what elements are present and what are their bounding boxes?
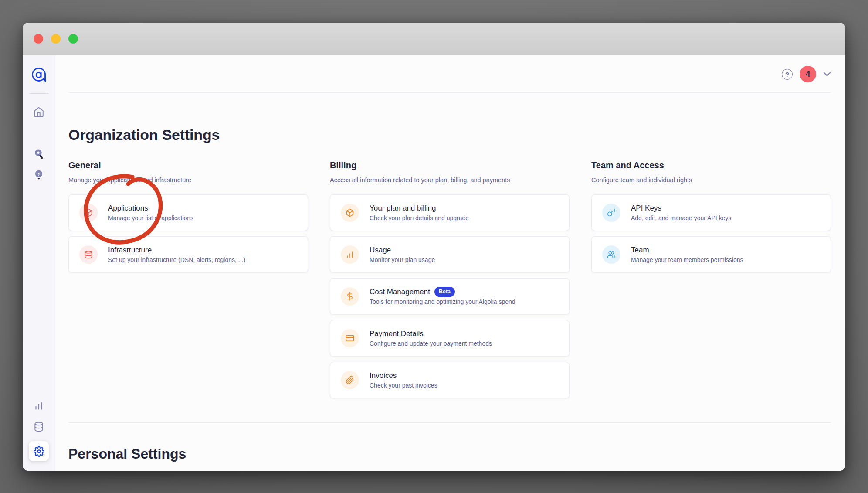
card-text: UsageMonitor your plan usage (370, 245, 435, 264)
avatar[interactable]: 4 (800, 66, 816, 82)
minimize-window-button[interactable] (51, 34, 61, 44)
card-title: Payment Details (370, 329, 424, 339)
card-text: ApplicationsManage your list of applicat… (108, 203, 193, 222)
card-text: Your plan and billingCheck your plan det… (370, 203, 469, 222)
window-titlebar[interactable] (23, 23, 845, 55)
card-your-plan-and-billing[interactable]: Your plan and billingCheck your plan det… (330, 194, 570, 231)
page-title: Organization Settings (68, 126, 831, 143)
card-list: Your plan and billingCheck your plan det… (330, 194, 570, 398)
card-invoices[interactable]: InvoicesCheck your past invoices (330, 362, 570, 398)
home-icon[interactable] (33, 106, 44, 118)
header: ? 4 (55, 55, 845, 93)
card-subtitle: Add, edit, and manage your API keys (631, 214, 731, 222)
section-general: GeneralManage your applications and infr… (68, 160, 308, 398)
app-window: ? 4 Organization Settings GeneralManage … (23, 23, 845, 471)
card-list: ApplicationsManage your list of applicat… (68, 194, 308, 273)
card-title: Team (631, 245, 649, 255)
card-subtitle: Manage your list of applications (108, 214, 193, 222)
card-title: Cost Management (370, 287, 430, 297)
card-text: InvoicesCheck your past invoices (370, 371, 437, 390)
cube-icon (341, 204, 359, 222)
main-panel: ? 4 Organization Settings GeneralManage … (55, 55, 845, 471)
users-icon (602, 245, 620, 264)
section-description: Access all information related to your p… (330, 176, 570, 184)
card-text: Cost ManagementBetaTools for monitoring … (370, 287, 515, 306)
card-title: Usage (370, 245, 391, 255)
settings-gear-icon[interactable] (29, 441, 49, 461)
card-subtitle: Tools for monitoring and optimizing your… (370, 298, 515, 306)
card-subtitle: Monitor your plan usage (370, 256, 435, 264)
beta-badge: Beta (434, 287, 455, 297)
close-window-button[interactable] (34, 34, 43, 44)
sidebar (23, 55, 55, 471)
card-title: Infrastructure (108, 245, 152, 255)
section-team-and-access: Team and AccessConfigure team and indivi… (591, 160, 831, 398)
card-payment-details[interactable]: Payment DetailsConfigure and update your… (330, 320, 570, 357)
app-body: ? 4 Organization Settings GeneralManage … (23, 55, 845, 471)
card-title: API Keys (631, 203, 661, 213)
section-description: Manage your applications and infrastruct… (68, 176, 308, 184)
algolia-logo (31, 67, 47, 82)
card-infrastructure[interactable]: InfrastructureSet up your infrastructure… (68, 236, 308, 273)
section-heading: General (68, 160, 308, 171)
card-subtitle: Manage your team members permissions (631, 256, 743, 264)
card-cost-management[interactable]: Cost ManagementBetaTools for monitoring … (330, 278, 570, 315)
card-applications[interactable]: ApplicationsManage your list of applicat… (68, 194, 308, 231)
section-billing: BillingAccess all information related to… (330, 160, 570, 398)
desktop-background: ? 4 Organization Settings GeneralManage … (0, 0, 868, 493)
section-description: Configure team and individual rights (591, 176, 831, 184)
card-text: InfrastructureSet up your infrastructure… (108, 245, 245, 264)
database-icon (79, 245, 98, 264)
help-icon[interactable]: ? (782, 69, 793, 80)
card-title: Invoices (370, 371, 397, 381)
section-heading: Billing (330, 160, 570, 171)
analytics-icon[interactable] (33, 400, 44, 411)
card-text: API KeysAdd, edit, and manage your API k… (631, 203, 731, 222)
card-usage[interactable]: UsageMonitor your plan usage (330, 236, 570, 273)
card-title: Your plan and billing (370, 203, 436, 213)
box-icon (79, 204, 98, 222)
chevron-down-icon[interactable] (823, 71, 831, 77)
card-list: API KeysAdd, edit, and manage your API k… (591, 194, 831, 273)
card-text: TeamManage your team members permissions (631, 245, 743, 264)
recommend-icon[interactable] (33, 169, 44, 180)
zoom-window-button[interactable] (68, 34, 78, 44)
card-text: Payment DetailsConfigure and update your… (370, 329, 492, 348)
personal-settings-title: Personal Settings (68, 445, 831, 462)
key-icon (602, 204, 620, 222)
section-heading: Team and Access (591, 160, 831, 171)
section-divider (68, 422, 831, 423)
data-icon[interactable] (33, 421, 44, 432)
card-title: Applications (108, 203, 148, 213)
sidebar-divider (29, 93, 48, 94)
dollar-icon (341, 287, 359, 306)
card-subtitle: Configure and update your payment method… (370, 340, 492, 348)
paperclip-icon (341, 371, 359, 389)
settings-sections: GeneralManage your applications and infr… (68, 160, 831, 398)
search-icon[interactable] (33, 148, 44, 160)
credit-card-icon (341, 329, 359, 347)
bar-chart-icon (341, 245, 359, 264)
card-api-keys[interactable]: API KeysAdd, edit, and manage your API k… (591, 194, 831, 231)
card-subtitle: Set up your infrastructure (DSN, alerts,… (108, 256, 245, 264)
settings-page: Organization Settings GeneralManage your… (55, 93, 845, 471)
card-subtitle: Check your past invoices (370, 381, 437, 390)
card-team[interactable]: TeamManage your team members permissions (591, 236, 831, 273)
card-subtitle: Check your plan details and upgrade (370, 214, 469, 222)
